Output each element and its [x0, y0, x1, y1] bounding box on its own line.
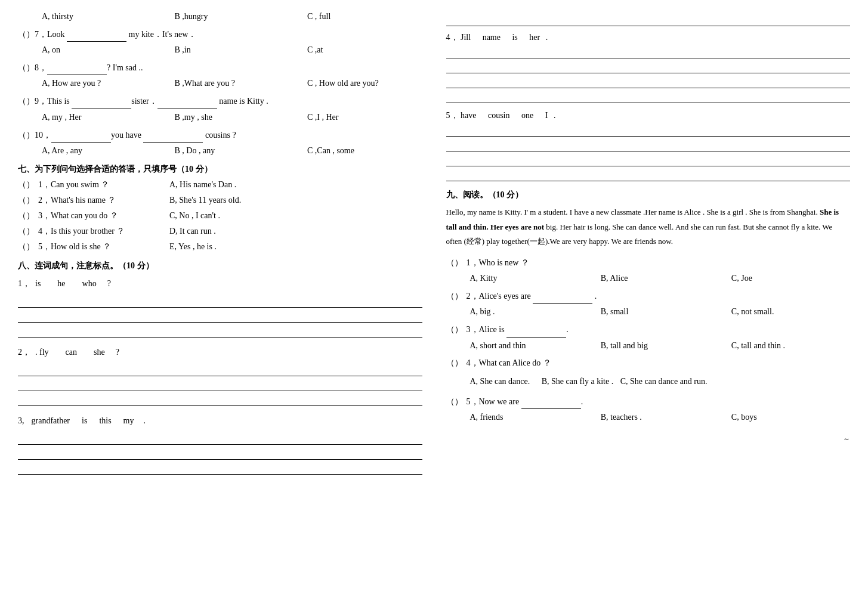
q10-options: A, Are , any B , Do , any C ,Can , some: [42, 146, 422, 156]
s7-blank-5: ）: [26, 242, 38, 252]
s8-item-1-q: 1， is he who ?: [18, 276, 422, 291]
rc-q5-row: （ ） 5，Now we are .: [446, 394, 851, 409]
ro-lines-4: [446, 45, 851, 103]
s8-w3-3: this: [99, 413, 111, 428]
ro-w5-3: one: [521, 111, 533, 120]
q7-opt-b: B ,in: [175, 45, 290, 55]
s7-item-4: （ ） 4，Is this your brother ？ D, It can r…: [18, 226, 422, 237]
rc-blank-1: ）: [455, 255, 467, 270]
s8-line-2a: [18, 363, 422, 376]
ro-w4-3: is: [512, 33, 517, 42]
ro-w4-2: name: [483, 33, 501, 42]
question-9-row: （ ）9，This is sister． name is Kitty .: [18, 93, 422, 109]
s8-w2-3: she: [94, 345, 105, 360]
s8-lines-2: [18, 363, 422, 406]
ro-w4-4: her: [529, 33, 540, 42]
s8-num-3: 3,: [18, 413, 24, 428]
paren-10: （: [18, 128, 26, 143]
q10-text: ）10， you have cousins ?: [26, 127, 236, 143]
s7-a3: C, No , I can't .: [169, 211, 220, 221]
q10-opt-a: A, Are , any: [42, 146, 157, 156]
rc-q4-row: （ ） 4，What can Alice do ？: [446, 355, 851, 370]
s7-q2: 2，What's his name ？: [38, 195, 169, 206]
ro-lines-5: [446, 123, 851, 181]
s8-item-2-q: 2， . fly can she ?: [18, 345, 422, 360]
rc-q5-options: A, friends B, teachers . C, boys: [470, 413, 851, 422]
rc-q2-row: （ ） 2，Alice's eyes are .: [446, 288, 851, 304]
paren-9: （: [18, 94, 26, 109]
question-10-row: （ ）10， you have cousins ?: [18, 127, 422, 143]
s8-num-1: 1，: [18, 276, 30, 291]
rc-q2-text: 2，Alice's eyes are .: [467, 288, 597, 304]
s7-item-2: （ ） 2，What's his name ？ B, She's 11 year…: [18, 195, 422, 206]
option-a-thirsty: A, thirsty: [42, 12, 157, 21]
section7-title: 七、为下列问句选择合适的答语，只填序号（10 分）: [18, 164, 422, 175]
s8-line-1a: [18, 295, 422, 308]
rc-q4-text: 4，What can Alice do ？: [467, 355, 551, 370]
rc-q5-opt-b: B, teachers .: [601, 413, 719, 422]
top-line-1: [446, 12, 851, 26]
s8-w1-1: is: [35, 276, 41, 291]
s7-q4: 4，Is this your brother ？: [38, 226, 169, 237]
s8-w2-4: ?: [116, 345, 119, 360]
q10-opt-b: B , Do , any: [175, 146, 290, 156]
rc-q2-opt-c: C, not small.: [731, 307, 850, 317]
ro-w4-5: .: [546, 33, 548, 42]
ro-line-4c: [446, 75, 851, 88]
rc-q1-opt-a: A, Kitty: [470, 274, 589, 283]
ro-line-5a: [446, 123, 851, 137]
rc-paren-1: （: [446, 255, 455, 270]
q8-options: A, How are you ? B ,What are you ? C , H…: [42, 79, 422, 88]
s7-paren-3: （: [18, 210, 26, 221]
q7-opt-c: C ,at: [307, 45, 422, 55]
option-c-full: C , full: [307, 12, 422, 21]
s8-item-3-q: 3, grandfather is this my .: [18, 413, 422, 428]
rc-q2-opt-b: B, small: [601, 307, 719, 317]
left-column: A, thirsty B ,hungry C , full （ ）7，Look …: [18, 12, 422, 482]
rc-q3-opt-b: B, tall and big: [601, 341, 719, 351]
ro-w5-1: have: [461, 111, 476, 120]
rc-q3-row: （ ） 3，Alice is .: [446, 321, 851, 337]
s8-line-3a: [18, 432, 422, 445]
s8-num-2: 2，: [18, 345, 30, 360]
section8-title: 八、连词成句，注意标点。（10 分）: [18, 261, 422, 271]
s7-q1: 1，Can you swim ？: [38, 179, 169, 190]
rc-q1-opt-b: B, Alice: [601, 274, 719, 283]
q10-opt-c: C ,Can , some: [307, 146, 422, 156]
rc-q3-options: A, short and thin B, tall and big C, tal…: [470, 341, 851, 351]
q9-options: A, my , Her B ,my , she C ,I , Her: [42, 113, 422, 122]
q9-text: ）9，This is sister． name is Kitty .: [26, 93, 268, 109]
question-7-row: （ ）7，Look my kite．It's new．: [18, 26, 422, 42]
s8-w3-5: .: [144, 413, 146, 428]
q7-text: ）7，Look my kite．It's new．: [26, 26, 196, 42]
section9-title: 九、阅读。（10 分）: [446, 190, 851, 200]
ro-line-4b: [446, 60, 851, 73]
s7-blank-3: ）: [26, 210, 38, 221]
s8-w3-2: is: [82, 413, 87, 428]
rc-blank-3: ）: [455, 322, 467, 337]
s8-w1-2: he: [57, 276, 65, 291]
s8-line-3b: [18, 447, 422, 460]
q9-opt-c: C ,I , Her: [307, 113, 422, 122]
s8-w3-4: my: [123, 413, 134, 428]
paren-7: （: [18, 27, 26, 42]
s7-a5: E, Yes , he is .: [169, 242, 217, 252]
rc-q5-opt-c: C, boys: [731, 413, 850, 422]
q8-opt-b: B ,What are you ?: [175, 79, 290, 88]
rc-q4-options: A, She can dance. B, She can fly a kite …: [470, 374, 851, 389]
prev-options-row: A, thirsty B ,hungry C , full: [42, 12, 422, 21]
s8-w3-1: grandfather: [32, 413, 70, 428]
s8-w2-1: . fly: [35, 345, 49, 360]
rc-paren-5: （: [446, 394, 455, 409]
rc-q3-text: 3，Alice is .: [467, 321, 569, 337]
s7-a2: B, She's 11 years old.: [169, 196, 241, 205]
rc-q5-opt-a: A, friends: [470, 413, 589, 422]
page-number: ～: [446, 434, 851, 444]
s8-line-3c: [18, 462, 422, 475]
s8-w2-2: can: [66, 345, 77, 360]
rc-paren-3: （: [446, 322, 455, 337]
question-8-row: （ ）8， ? I'm sad ..: [18, 60, 422, 75]
s7-paren-5: （: [18, 242, 26, 252]
s7-blank-4: ）: [26, 226, 38, 237]
s8-w1-4: ?: [107, 276, 111, 291]
